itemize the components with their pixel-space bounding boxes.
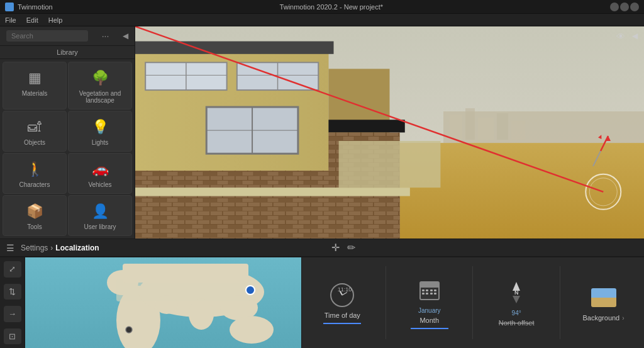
north-up-arrow <box>513 282 520 291</box>
controls-panel: 11:10 Time of day <box>302 257 644 348</box>
sidebar-item-vegetation[interactable]: 🌳 Vegetation and landscape <box>68 62 132 109</box>
objects-label: Objects <box>24 139 45 146</box>
background-label-row: Background › <box>583 314 625 322</box>
time-icon-area: 11:10 <box>328 281 356 309</box>
month-control[interactable]: January Month <box>404 277 455 329</box>
background-label: Background <box>583 314 620 322</box>
materials-icon: ▦ <box>28 70 42 86</box>
svg-rect-32 <box>450 115 462 140</box>
user-library-label: User library <box>84 223 116 230</box>
library-label: Library <box>0 46 135 59</box>
sidebar-item-lights[interactable]: 💡 Lights <box>68 111 132 152</box>
north-offset-control[interactable]: N 94° North offset <box>491 279 541 327</box>
clock-icon: 11:10 <box>330 283 354 307</box>
maximize-button[interactable] <box>620 3 629 11</box>
svg-point-51 <box>230 316 274 344</box>
map-area[interactable] <box>25 257 302 348</box>
sidebar-item-vehicles[interactable]: 🚗 Vehicles <box>68 153 132 194</box>
background-arrow-icon: › <box>622 315 624 322</box>
svg-rect-54 <box>123 264 248 283</box>
move-icon[interactable]: ✛ <box>331 242 340 254</box>
objects-icon: 🛋 <box>28 119 42 135</box>
left-icon-strip: ⤢ ⇅ → ⊡ <box>0 257 25 348</box>
hamburger-icon[interactable]: ☰ <box>6 243 14 253</box>
sidebar-item-materials[interactable]: ▦ Materials <box>3 62 67 109</box>
tools-icon: 📦 <box>26 203 43 220</box>
sidebar-item-objects[interactable]: 🛋 Objects <box>3 111 67 152</box>
month-value: January <box>418 307 441 314</box>
eye-icon[interactable]: 👁 <box>616 31 625 42</box>
north-down-arrow <box>513 296 520 303</box>
svg-rect-31 <box>339 141 441 188</box>
search-input[interactable] <box>6 30 88 42</box>
window-title: Twinmotion 2020.2 - New project* <box>53 3 610 11</box>
calendar-dots <box>421 288 438 296</box>
north-arrow-icon: N <box>506 282 526 305</box>
month-label: Month <box>419 317 439 324</box>
characters-icon: 🚶 <box>26 161 43 177</box>
svg-rect-16 <box>135 42 334 54</box>
breadcrumb-separator: › <box>50 244 53 252</box>
calendar-top <box>421 283 438 288</box>
viewport[interactable]: 👁 ◀ <box>135 26 644 239</box>
left-icon-3[interactable]: → <box>4 306 21 322</box>
menu-file[interactable]: File <box>5 16 16 24</box>
sidebar-item-tools[interactable]: 📦 Tools <box>3 195 67 236</box>
month-icon-area <box>416 277 443 305</box>
time-of-day-control[interactable]: 11:10 Time of day <box>317 281 367 324</box>
minimize-button[interactable] <box>610 3 619 11</box>
vehicles-label: Vehicles <box>88 181 111 188</box>
lights-label: Lights <box>92 139 109 146</box>
divider-1 <box>386 266 386 339</box>
time-of-day-label: Time of day <box>325 312 360 319</box>
toolbar-left: ☰ Settings › Localization <box>6 243 99 253</box>
divider-2 <box>472 266 473 339</box>
calendar-frame <box>419 281 440 300</box>
month-underline <box>411 328 448 329</box>
breadcrumb-settings[interactable]: Settings <box>21 244 48 252</box>
toolbar: ☰ Settings › Localization ✛ ✏ <box>0 239 644 257</box>
svg-rect-36 <box>511 121 525 140</box>
menu-help[interactable]: Help <box>48 16 63 24</box>
close-button[interactable] <box>630 3 639 11</box>
svg-rect-33 <box>465 108 475 140</box>
lights-icon: 💡 <box>92 119 109 135</box>
background-icon <box>591 288 616 307</box>
sidebar-header: ··· ◀ <box>0 26 135 46</box>
svg-rect-34 <box>478 118 494 140</box>
arrow-icon[interactable]: ◀ <box>632 31 638 40</box>
time-underline <box>323 323 361 324</box>
left-icon-4[interactable]: ⊡ <box>4 328 21 345</box>
north-label: North offset <box>499 319 535 327</box>
materials-label: Materials <box>22 90 48 97</box>
edit-icon[interactable]: ✏ <box>347 242 355 254</box>
toolbar-center: ✛ ✏ <box>331 242 355 254</box>
svg-point-56 <box>126 327 132 333</box>
collapse-sidebar-button[interactable]: ◀ <box>123 31 128 40</box>
background-control[interactable]: Background › <box>579 284 629 322</box>
background-icon-area <box>590 284 618 312</box>
window-controls <box>610 3 639 11</box>
breadcrumb: Settings › Localization <box>21 244 99 252</box>
more-options-button[interactable]: ··· <box>102 31 109 41</box>
sidebar: ··· ◀ Library ▦ Materials 🌳 Vegetation a… <box>0 26 135 239</box>
main-layout: ··· ◀ Library ▦ Materials 🌳 Vegetation a… <box>0 26 644 348</box>
bottom-panel: ⤢ ⇅ → ⊡ <box>0 257 644 348</box>
menu-edit[interactable]: Edit <box>26 16 38 24</box>
titlebar: Twinmotion Twinmotion 2020.2 - New proje… <box>0 0 644 14</box>
svg-rect-18 <box>328 120 404 132</box>
left-icon-2[interactable]: ⇅ <box>4 284 21 300</box>
characters-label: Characters <box>19 181 50 188</box>
sidebar-item-user-library[interactable]: 👤 User library <box>68 195 132 236</box>
sidebar-item-characters[interactable]: 🚶 Characters <box>3 153 67 194</box>
svg-rect-30 <box>135 188 410 196</box>
left-icon-1[interactable]: ⤢ <box>4 261 21 278</box>
tools-label: Tools <box>27 223 42 230</box>
divider-3 <box>560 266 560 339</box>
top-section: ··· ◀ Library ▦ Materials 🌳 Vegetation a… <box>0 26 644 239</box>
title-left: Twinmotion <box>5 3 53 11</box>
menubar: File Edit Help <box>0 14 644 26</box>
user-library-icon: 👤 <box>92 203 109 220</box>
calendar-icon <box>419 281 440 300</box>
map-svg <box>25 257 301 348</box>
